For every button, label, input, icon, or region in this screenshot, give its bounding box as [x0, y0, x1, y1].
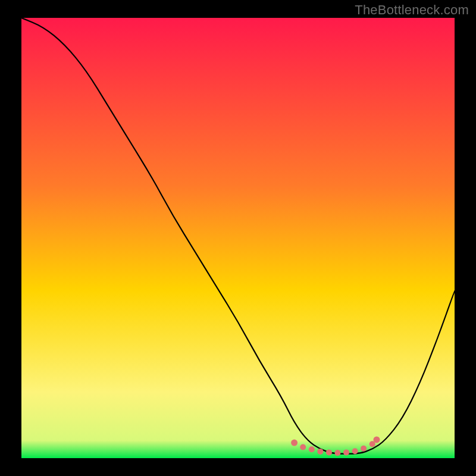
gradient-background: [21, 18, 455, 458]
marker-point: [334, 450, 340, 456]
marker-point: [361, 446, 367, 452]
marker-point: [291, 440, 298, 446]
chart-svg: [21, 18, 455, 458]
marker-point: [326, 449, 332, 455]
plot-area: [21, 18, 455, 458]
watermark-text: TheBottleneck.com: [355, 2, 469, 18]
marker-point: [300, 444, 306, 450]
marker-point: [317, 449, 323, 455]
marker-point: [374, 436, 380, 443]
plot-frame: [21, 18, 455, 458]
marker-point: [352, 448, 358, 454]
marker-point: [343, 449, 349, 455]
chart-container: TheBottleneck.com: [0, 0, 476, 476]
marker-point: [309, 446, 315, 452]
